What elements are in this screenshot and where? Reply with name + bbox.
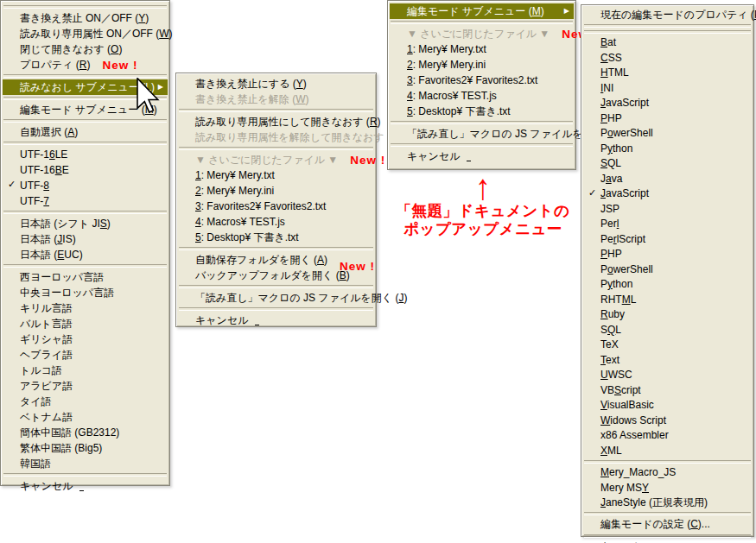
mode-ini[interactable]: INI — [583, 80, 752, 96]
mode-perlscript[interactable]: PerlScript — [583, 231, 752, 247]
item-unset-write-protect[interactable]: 書き換え禁止を解除 (W) — [178, 92, 374, 107]
mode-html[interactable]: HTML — [583, 66, 752, 81]
item-editmode-settings[interactable]: 編集モードの設定 (C)... — [583, 517, 752, 533]
menu-top-cut-separator — [3, 5, 167, 9]
item-open-backup-folder[interactable]: バックアップフォルダを開く (B) — [178, 268, 374, 283]
recent-file-3[interactable]: 3: Favorites2¥ Favorites2.txt — [178, 199, 374, 214]
recent-file-5[interactable]: 5: Desktop¥ 下書き.txt — [390, 104, 574, 119]
item-encoding-utf16le[interactable]: UTF-16LE — [3, 147, 168, 162]
mode-mery-msy[interactable]: Mery MSY — [583, 480, 752, 496]
item-reopen-clear-readonly[interactable]: 読み取り専用属性を解除して開きなおす (O) — [178, 129, 374, 145]
accelerator-underline: l — [617, 218, 619, 230]
item-auto-select[interactable]: 自動選択 (A) — [3, 124, 168, 140]
recent-files-header[interactable]: ▼ さいごに閉じたファイル ▼New ! — [390, 26, 574, 41]
recent-file-1[interactable]: 1: Mery¥ Mery.txt — [178, 167, 374, 183]
item-encoding-gb2312[interactable]: 簡体中国語 (GB2312) — [3, 425, 168, 440]
item-encoding-central-european[interactable]: 中央ヨーロッパ言語 — [3, 285, 168, 300]
mode-java[interactable]: Java — [583, 171, 752, 186]
mode-javascript-checked[interactable]: ✓JavaScript — [583, 186, 752, 202]
mode-bat[interactable]: Bat — [583, 35, 752, 51]
item-cancel[interactable]: キャンセル — [583, 540, 752, 543]
mode-mery-macro-js[interactable]: Mery_Macro_JS — [583, 465, 752, 481]
item-encoding-hebrew[interactable]: ヘブライ語 — [3, 347, 168, 363]
item-encoding-utf8[interactable]: ✓UTF-8 — [3, 178, 168, 193]
item-cancel[interactable]: キャンセル — [390, 148, 574, 164]
item-properties[interactable]: プロパティ (R)New ! — [3, 57, 168, 73]
recent-file-2[interactable]: 2: Mery¥ Mery.ini — [390, 57, 574, 73]
item-encoding-turkish[interactable]: トルコ語 — [3, 363, 168, 378]
mode-perl[interactable]: Perl — [583, 217, 752, 232]
item-encoding-utf16be[interactable]: UTF-16BE — [3, 162, 168, 178]
mode-vbscript[interactable]: VBScript — [583, 382, 752, 398]
menu-separator — [3, 264, 167, 268]
item-readonly-attr-toggle[interactable]: 読み取り専用属性 ON／OFF (W) — [3, 26, 168, 41]
item-open-reload-macro-js[interactable]: 「読み直し」マクロの JS ファイルを開く (J) — [390, 126, 574, 142]
mode-uwsc[interactable]: UWSC — [583, 368, 752, 383]
item-encoding-utf7[interactable]: UTF-7 — [3, 193, 168, 209]
item-set-write-protect[interactable]: 書き換え禁止にする (Y) — [178, 76, 374, 92]
menu-separator — [3, 119, 167, 123]
item-encoding-shiftjis[interactable]: 日本語 (シフト JIS) — [3, 216, 168, 231]
accelerator-underline: S — [614, 384, 621, 396]
mode-jsp[interactable]: JSP — [583, 201, 752, 217]
mode-python[interactable]: Python — [583, 141, 752, 156]
recent-file-4[interactable]: 4: Macros¥ TEST.js — [178, 214, 374, 230]
item-editmode-submenu[interactable]: 編集モード サブメニュー (M)▶ — [390, 3, 574, 19]
item-current-editmode-properties[interactable]: 現在の編集モードのプロパティ (P)... — [583, 8, 752, 23]
recent-file-2[interactable]: 2: Mery¥ Mery.ini — [178, 183, 374, 199]
mode-x86-assembler[interactable]: x86 Assembler — [583, 428, 752, 444]
mode-visualbasic[interactable]: VisualBasic — [583, 398, 752, 414]
item-cancel[interactable]: キャンセル — [3, 478, 168, 494]
accelerator-underline: 6 — [49, 148, 55, 161]
item-encoding-cyrillic[interactable]: キリル言語 — [3, 300, 168, 316]
item-cancel[interactable]: キャンセル — [178, 313, 374, 328]
item-close-and-reopen[interactable]: 閉じて開きなおす (O) — [3, 41, 168, 57]
item-encoding-euc[interactable]: 日本語 (EUC) — [3, 247, 168, 262]
recent-file-5[interactable]: 5: Desktop¥ 下書き.txt — [178, 230, 374, 245]
item-encoding-greek[interactable]: ギリシャ語 — [3, 331, 168, 347]
item-encoding-thai[interactable]: タイ語 — [3, 394, 168, 409]
mode-powershell-2[interactable]: PowerShell — [583, 262, 752, 277]
item-encoding-jis[interactable]: 日本語 (JIS) — [3, 231, 168, 247]
mode-sql-2[interactable]: SQL — [583, 322, 752, 338]
item-encoding-arabic[interactable]: アラビア語 — [3, 378, 168, 394]
item-encoding-vietnamese[interactable]: ベトナム語 — [3, 409, 168, 425]
menu-separator — [584, 512, 751, 515]
item-encoding-west-european[interactable]: 西ヨーロッパ言語 — [3, 269, 168, 285]
mode-rhtml[interactable]: RHTML — [583, 292, 752, 307]
item-encoding-baltic[interactable]: バルト言語 — [3, 316, 168, 331]
recent-file-4[interactable]: 4: Macros¥ TEST.js — [390, 88, 574, 104]
mode-php[interactable]: PHP — [583, 110, 752, 126]
mode-css[interactable]: CSS — [583, 50, 752, 66]
mode-xml[interactable]: XML — [583, 443, 752, 458]
item-reopen-as-readonly[interactable]: 読み取り専用属性にして開きなおす (R) — [178, 114, 374, 129]
new-badge: New ! — [350, 154, 385, 167]
mode-janestyle[interactable]: JaneStyle (正規表現用) — [583, 496, 752, 511]
recent-files-header[interactable]: ▼ さいごに閉じたファイル ▼New ! — [178, 152, 374, 167]
item-open-reload-macro-js[interactable]: 「読み直し」マクロの JS ファイルを開く (J) — [178, 290, 374, 306]
item-reload-submenu[interactable]: 読みなおし サブメニュー (L)▶ — [3, 79, 168, 95]
item-open-autosave-folder[interactable]: 自動保存フォルダを開く (A)New ! — [178, 252, 374, 268]
mode-tex[interactable]: TeX — [583, 338, 752, 353]
accelerator-underline: W — [295, 93, 305, 105]
recent-file-3[interactable]: 3: Favorites2¥ Favorites2.txt — [390, 73, 574, 88]
accelerator-underline: H — [600, 66, 608, 79]
item-encoding-korean[interactable]: 韓国語 — [3, 456, 168, 471]
mode-php-2[interactable]: PHP — [583, 247, 752, 262]
menu-item-label: ギリシャ語 — [20, 332, 73, 347]
menu-item-label: 日本語 (シフト JIS) — [20, 217, 111, 231]
accelerator-underline: T — [600, 354, 606, 366]
recent-file-1[interactable]: 1: Mery¥ Mery.txt — [390, 41, 574, 57]
item-write-protect-toggle[interactable]: 書き換え禁止 ON／OFF (Y) — [3, 10, 168, 26]
mode-sql[interactable]: SQL — [583, 156, 752, 172]
mode-text[interactable]: Text — [583, 352, 752, 368]
mode-javascript[interactable]: JavaScript — [583, 96, 752, 111]
item-editmode-submenu[interactable]: 編集モード サブメニュー (M) — [3, 102, 168, 117]
item-encoding-big5[interactable]: 繁体中国語 (Big5) — [3, 440, 168, 456]
mode-widows-script[interactable]: Widows Script — [583, 413, 752, 428]
menu-item-label: Python — [600, 142, 632, 155]
mode-ruby[interactable]: Ruby — [583, 307, 752, 323]
mode-powershell[interactable]: PowerShell — [583, 126, 752, 142]
mode-python-2[interactable]: Python — [583, 277, 752, 293]
accelerator-underline: o — [607, 127, 613, 139]
